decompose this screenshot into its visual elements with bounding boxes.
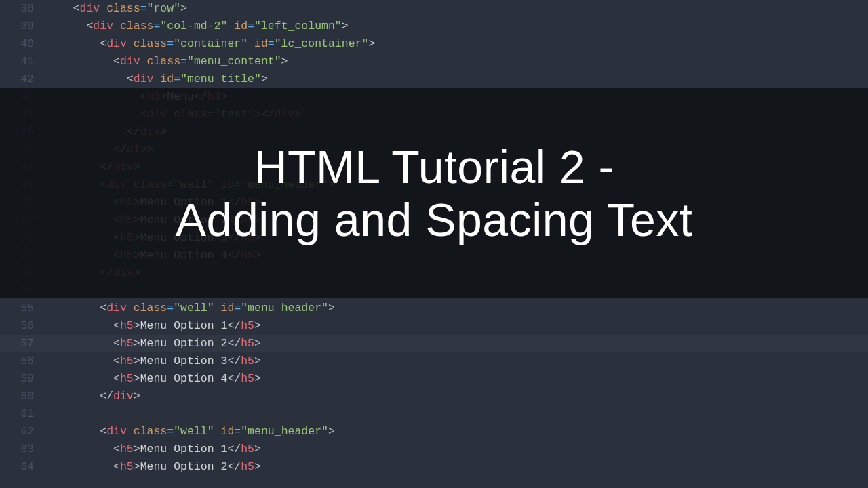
line-number: 39 xyxy=(0,18,46,35)
line-number: 59 xyxy=(0,370,46,388)
code-content[interactable]: <div class="row"> xyxy=(46,0,868,18)
code-editor[interactable]: 38 <div class="row">39 <div class="col-m… xyxy=(0,0,868,488)
code-line[interactable]: 40 <div class="container" id="lc_contain… xyxy=(0,35,868,53)
line-number: 58 xyxy=(0,352,46,370)
code-content[interactable] xyxy=(46,405,868,423)
code-content[interactable]: <div class="well" id="menu_header"> xyxy=(46,423,868,441)
title-overlay: HTML Tutorial 2 - Adding and Spacing Tex… xyxy=(0,88,868,298)
line-number: 64 xyxy=(0,458,46,476)
code-content[interactable]: <h5>Menu Option 4</h5> xyxy=(46,370,868,388)
line-number: 56 xyxy=(0,317,46,335)
line-number: 41 xyxy=(0,53,46,70)
line-number: 63 xyxy=(0,441,46,458)
line-number: 38 xyxy=(0,0,46,18)
code-line[interactable]: 41 <div class="menu_content"> xyxy=(0,53,868,70)
overlay-line2: Adding and Spacing Text xyxy=(176,194,693,245)
code-content[interactable]: <div class="well" id="menu_header"> xyxy=(46,300,868,317)
line-number: 55 xyxy=(0,300,46,317)
line-number: 61 xyxy=(0,405,46,423)
code-content[interactable]: <h5>Menu Option 1</h5> xyxy=(46,317,868,335)
code-content[interactable]: <h5>Menu Option 1</h5> xyxy=(46,441,868,458)
code-line[interactable]: 61 xyxy=(0,405,868,423)
line-number: 40 xyxy=(0,35,46,53)
code-content[interactable]: <div class="container" id="lc_container"… xyxy=(46,35,868,53)
code-line[interactable]: 42 <div id="menu_title"> xyxy=(0,70,868,88)
overlay-line1: HTML Tutorial 2 - xyxy=(254,141,614,192)
line-number: 60 xyxy=(0,388,46,405)
code-content[interactable]: <h5>Menu Option 3</h5> xyxy=(46,352,868,370)
active-line-highlight xyxy=(0,335,868,352)
code-content[interactable]: <h5>Menu Option 2</h5> xyxy=(46,458,868,476)
code-line[interactable]: 64 <h5>Menu Option 2</h5> xyxy=(0,458,868,476)
code-content[interactable]: <div id="menu_title"> xyxy=(46,70,868,88)
code-line[interactable]: 39 <div class="col-md-2" id="left_column… xyxy=(0,18,868,35)
code-line[interactable]: 62 <div class="well" id="menu_header"> xyxy=(0,423,868,441)
line-number: 42 xyxy=(0,70,46,88)
code-line[interactable]: 59 <h5>Menu Option 4</h5> xyxy=(0,370,868,388)
line-number: 62 xyxy=(0,423,46,441)
code-content[interactable]: <div class="menu_content"> xyxy=(46,53,868,70)
code-line[interactable]: 55 <div class="well" id="menu_header"> xyxy=(0,300,868,317)
code-line[interactable]: 56 <h5>Menu Option 1</h5> xyxy=(0,317,868,335)
code-content[interactable]: </div> xyxy=(46,388,868,405)
code-line[interactable]: 63 <h5>Menu Option 1</h5> xyxy=(0,441,868,458)
code-content[interactable]: <div class="col-md-2" id="left_column"> xyxy=(46,18,868,35)
code-line[interactable]: 38 <div class="row"> xyxy=(0,0,868,18)
code-line[interactable]: 60 </div> xyxy=(0,388,868,405)
code-line[interactable]: 58 <h5>Menu Option 3</h5> xyxy=(0,352,868,370)
overlay-title: HTML Tutorial 2 - Adding and Spacing Tex… xyxy=(176,140,693,246)
